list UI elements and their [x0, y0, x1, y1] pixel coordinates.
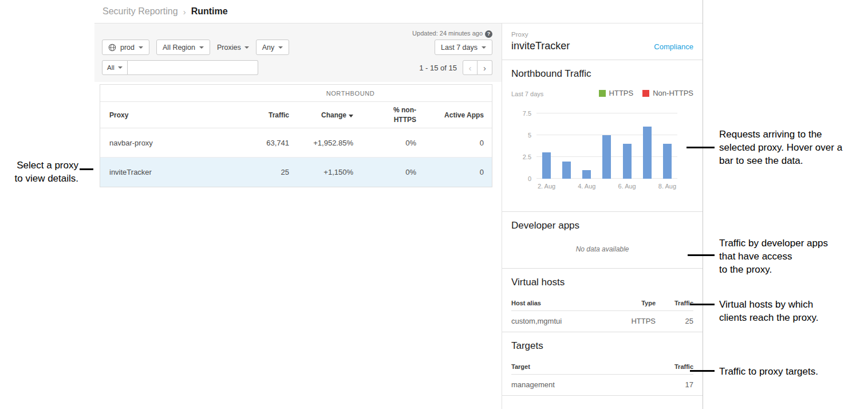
virtual-hosts-row[interactable]: custom,mgmtui HTTPS 25 [511, 311, 693, 332]
help-icon[interactable]: ? [485, 30, 492, 38]
cell-proxy: inviteTracker [100, 168, 209, 176]
type-dropdown[interactable]: Any [256, 40, 290, 55]
chart-bar-slot [637, 113, 657, 179]
callout-line-targets [690, 370, 715, 372]
chart-plot: 02.557.5 [536, 113, 677, 179]
table-row[interactable]: navbar-proxy 63,741 +1,952.85% 0% 0 [100, 128, 492, 158]
prev-page-button[interactable]: ‹ [463, 60, 478, 75]
breadcrumb-current: Runtime [191, 6, 228, 17]
targets-row[interactable]: management 17 [511, 375, 693, 396]
cell-active-apps: 0 [416, 168, 492, 176]
chart-bar[interactable] [623, 144, 632, 179]
chart-y-tick: 5 [528, 132, 531, 139]
chart-bar[interactable] [602, 135, 611, 179]
chevron-down-icon [482, 46, 486, 49]
chart-bar-slot [617, 113, 637, 179]
annotation-line: bar to see the data. [719, 154, 868, 167]
chart-bar[interactable] [582, 170, 591, 179]
group-header-label: NORTHBOUND [209, 90, 492, 97]
chevron-down-icon [244, 46, 249, 49]
targets-table: Target Traffic management 17 [511, 359, 693, 395]
pager: ‹ › [463, 60, 492, 75]
cell-target: management [511, 375, 656, 396]
cell-traffic: 63,741 [209, 139, 289, 147]
chart-x-tick [597, 183, 617, 190]
annotation-line: to view details. [0, 172, 78, 185]
column-header-traffic: Traffic [656, 295, 693, 311]
annotation-line: Requests arriving to the [719, 128, 868, 141]
table-group-header: NORTHBOUND [100, 85, 492, 102]
updated-text: Updated: 24 minutes ago [412, 30, 483, 37]
callout-line-chart [686, 147, 715, 148]
compliance-link[interactable]: Compliance [654, 42, 693, 51]
virtual-hosts-header-row: Host alias Type Traffic [511, 295, 693, 311]
chart-legend: HTTPSNon-HTTPS [599, 89, 693, 97]
column-header-non-https-label: % non-HTTPS [386, 105, 416, 125]
column-header-change[interactable]: Change [289, 111, 353, 119]
callout-line-select-proxy [80, 168, 93, 170]
annotation-select-proxy: Select a proxy to view details. [0, 159, 78, 185]
chart-bar[interactable] [663, 144, 672, 179]
northbound-traffic-section: Northbound Traffic Last 7 days HTTPSNon-… [502, 60, 703, 212]
search-scope-dropdown[interactable]: All [102, 60, 128, 75]
proxy-detail-panel: Proxy inviteTracker Compliance Northboun… [502, 23, 703, 409]
chart-bar[interactable] [643, 127, 652, 179]
chart-x-tick: 2. Aug [536, 183, 557, 190]
section-title-virtual-hosts: Virtual hosts [511, 277, 693, 288]
cell-non-https: 0% [353, 168, 416, 176]
column-header-traffic: Traffic [656, 359, 693, 375]
annotation-line: selected proxy. Hover over a [719, 141, 868, 154]
chart-y-tick: 0 [528, 175, 531, 182]
environment-dropdown[interactable]: prod [102, 40, 149, 55]
filter-controls: prod All Region Proxies Any [102, 40, 492, 55]
annotation-targets: Traffic to proxy targets. [719, 365, 862, 378]
chart-bar[interactable] [542, 152, 551, 179]
column-header-non-https[interactable]: % non-HTTPS [353, 105, 416, 125]
cell-traffic: 25 [209, 168, 289, 176]
environment-label: prod [120, 44, 135, 52]
chevron-down-icon [278, 46, 283, 49]
virtual-hosts-section: Virtual hosts Host alias Type Traffic cu… [502, 269, 703, 332]
no-data-message: No data available [511, 245, 693, 253]
cell-active-apps: 0 [416, 139, 492, 147]
column-header-active-apps[interactable]: Active Apps [416, 111, 492, 119]
column-header-proxy[interactable]: Proxy [100, 111, 209, 119]
legend-label: HTTPS [609, 89, 634, 97]
chevron-down-icon [139, 46, 143, 49]
proxies-dropdown[interactable]: Proxies [217, 44, 249, 52]
column-header-type: Type [604, 295, 656, 311]
targets-header-row: Target Traffic [511, 359, 693, 375]
date-range-dropdown[interactable]: Last 7 days [435, 40, 492, 55]
virtual-hosts-table: Host alias Type Traffic custom,mgmtui HT… [511, 295, 693, 332]
detail-header: Proxy inviteTracker Compliance [502, 23, 703, 60]
chart-x-tick: 6. Aug [617, 183, 637, 190]
annotation-line: to the proxy. [719, 263, 862, 276]
callout-line-developer-apps [688, 254, 715, 256]
breadcrumb-parent[interactable]: Security Reporting [102, 6, 178, 17]
chevron-down-icon [199, 46, 204, 49]
annotation-line: Traffic to proxy targets. [719, 365, 862, 378]
legend-swatch-icon [642, 90, 649, 97]
developer-apps-section: Developer apps No data available [502, 212, 703, 269]
chart-x-tick: 8. Aug [657, 183, 677, 190]
search-row: All 1 - 15 of 15 ‹ › [102, 60, 492, 75]
sort-desc-icon [349, 115, 353, 117]
column-header-target: Target [511, 359, 656, 375]
table-header-row: Proxy Traffic Change % non-HTTPS Active … [100, 102, 492, 128]
chart-bar-slot [577, 113, 597, 179]
annotation-line: Traffic by developer apps [719, 237, 862, 250]
column-header-traffic[interactable]: Traffic [209, 111, 289, 119]
table-row-selected[interactable]: inviteTracker 25 +1,150% 0% 0 [100, 158, 492, 187]
chart-x-tick [557, 183, 577, 190]
annotation-line: Virtual hosts by which [719, 298, 862, 311]
section-title-northbound: Northbound Traffic [511, 68, 693, 80]
proxy-list-panel: Updated: 24 minutes ago? prod All Region… [94, 23, 502, 409]
legend-item: Non-HTTPS [642, 89, 693, 97]
region-dropdown[interactable]: All Region [156, 40, 210, 55]
cell-proxy: navbar-proxy [100, 139, 209, 147]
chart-bar[interactable] [562, 162, 571, 179]
next-page-button[interactable]: › [478, 60, 492, 75]
section-title-developer-apps: Developer apps [511, 220, 693, 231]
search-input[interactable] [128, 60, 258, 75]
chart-bar-slot [657, 113, 677, 179]
